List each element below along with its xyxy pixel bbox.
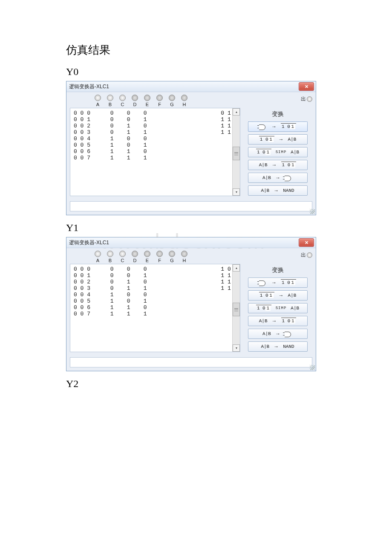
- arrow-icon: →: [275, 331, 280, 337]
- lamp-b[interactable]: [107, 95, 113, 101]
- gate-icon: [285, 332, 293, 336]
- convert-tt-to-expr[interactable]: 1 01→A|B: [248, 134, 308, 145]
- gate-icon: [285, 176, 293, 180]
- logic-converter-window: www.bdocx.com 逻辑变换器-XLC1 ✕ A B: [66, 237, 316, 371]
- lamp-h[interactable]: [181, 95, 187, 101]
- lamp-g[interactable]: [169, 95, 175, 101]
- convert-gate-to-tt[interactable]: →1 01: [248, 278, 308, 288]
- expression-icon: A|B: [291, 306, 299, 311]
- convert-tt-simp-expr[interactable]: 1 01SIMPA|B: [248, 147, 308, 157]
- truthtable-icon: 1 01: [259, 137, 274, 142]
- close-button[interactable]: ✕: [299, 82, 314, 91]
- scroll-up-icon[interactable]: ▴: [233, 108, 240, 116]
- output-label: 出: [243, 95, 312, 103]
- truthtable-icon: 1 01: [281, 124, 296, 129]
- input-lamps-row: [95, 251, 240, 257]
- truthtable-icon: 1 01: [259, 293, 274, 298]
- scroll-up-icon[interactable]: ▴: [233, 264, 240, 272]
- convert-expr-to-nand[interactable]: A|B→NAND: [248, 341, 308, 352]
- nand-label: NAND: [283, 344, 294, 349]
- expression-input[interactable]: [70, 357, 312, 367]
- close-icon: ✕: [305, 240, 308, 246]
- arrow-icon: →: [274, 344, 279, 350]
- arrow-icon: →: [271, 124, 277, 130]
- titlebar[interactable]: 逻辑变换器-XLC1 ✕: [66, 81, 316, 92]
- lamp-e[interactable]: [144, 95, 150, 101]
- truth-table-output: 0 1 1 1 1 1 1 1: [219, 108, 232, 196]
- section-label-y0: Y0: [66, 66, 326, 78]
- window-title: 逻辑变换器-XLC1: [69, 83, 109, 90]
- lamp-d[interactable]: [132, 95, 138, 101]
- simp-label: SIMP: [276, 306, 287, 310]
- lamp-d[interactable]: [132, 251, 138, 257]
- lamp-e[interactable]: [144, 251, 150, 257]
- truth-table-output: 1 0 1 1 1 1 1 1: [219, 264, 232, 352]
- truth-table-rows: 0 0 0 0 0 0 0 0 1 0 0 1 0 0 2 0 1 0 0 0 …: [70, 108, 219, 196]
- output-lamp-icon: [307, 96, 312, 102]
- gate-icon: [259, 124, 267, 129]
- convert-tt-simp-expr[interactable]: 1 01SIMPA|B: [248, 303, 308, 313]
- convert-expr-to-gate[interactable]: A|B→: [248, 173, 308, 183]
- expression-icon: A|B: [261, 344, 269, 349]
- scrollbar[interactable]: ▴ ▾: [232, 108, 240, 196]
- convert-expr-to-tt[interactable]: A|B→1 01: [248, 316, 308, 326]
- resize-grip-icon[interactable]: [310, 209, 315, 214]
- lamp-a[interactable]: [95, 95, 101, 101]
- truth-table: 0 0 0 0 0 0 0 0 1 0 0 1 0 0 2 0 1 0 0 0 …: [70, 108, 240, 196]
- lamp-g[interactable]: [169, 251, 175, 257]
- arrow-icon: →: [279, 136, 284, 142]
- expression-icon: A|B: [262, 175, 271, 180]
- scroll-thumb[interactable]: [233, 303, 240, 316]
- truthtable-icon: 1 01: [281, 318, 297, 324]
- lamp-c[interactable]: [119, 95, 126, 101]
- expression-icon: A|B: [288, 137, 297, 142]
- convert-panel-title: 变换: [243, 266, 312, 274]
- arrow-icon: →: [279, 292, 284, 298]
- expression-icon: A|B: [262, 331, 271, 336]
- close-icon: ✕: [305, 84, 308, 90]
- nand-label: NAND: [283, 188, 294, 193]
- truth-table: 0 0 0 0 0 0 0 0 1 0 0 1 0 0 2 0 1 0 0 0 …: [70, 264, 240, 352]
- arrow-icon: →: [274, 188, 279, 194]
- scroll-thumb[interactable]: [233, 147, 240, 160]
- output-label: 出: [243, 251, 312, 259]
- expression-input[interactable]: [70, 201, 312, 211]
- convert-panel-title: 变换: [243, 110, 312, 118]
- convert-tt-to-expr[interactable]: 1 01→A|B: [248, 290, 308, 301]
- lamp-a[interactable]: [95, 251, 101, 257]
- lamp-f[interactable]: [156, 251, 163, 257]
- truthtable-icon: 1 01: [256, 150, 271, 155]
- convert-gate-to-tt[interactable]: →1 01: [248, 121, 308, 132]
- logic-converter-window: 逻辑变换器-XLC1 ✕ A B C D: [66, 81, 316, 215]
- truthtable-icon: 1 01: [281, 162, 297, 168]
- truth-table-rows: 0 0 0 0 0 0 0 0 1 0 0 1 0 0 2 0 1 0 0 0 …: [70, 264, 219, 352]
- scrollbar[interactable]: ▴ ▾: [232, 264, 240, 352]
- lamp-f[interactable]: [156, 95, 163, 101]
- column-headers: A B C D E F G H: [95, 258, 240, 263]
- resize-grip-icon[interactable]: [310, 365, 315, 370]
- expression-icon: A|B: [288, 293, 297, 298]
- expression-icon: A|B: [259, 162, 268, 168]
- arrow-icon: →: [272, 162, 277, 168]
- gate-icon: [259, 280, 267, 285]
- titlebar[interactable]: 逻辑变换器-XLC1 ✕: [66, 237, 316, 248]
- expression-icon: A|B: [259, 318, 268, 324]
- input-lamps-row: [95, 95, 240, 101]
- truthtable-icon: 1 01: [256, 306, 271, 311]
- scroll-down-icon[interactable]: ▾: [233, 188, 240, 196]
- expression-icon: A|B: [291, 150, 299, 155]
- lamp-h[interactable]: [181, 251, 187, 257]
- lamp-c[interactable]: [119, 251, 126, 257]
- column-headers: A B C D E F G H: [95, 102, 240, 107]
- expression-icon: A|B: [261, 188, 269, 193]
- window-title: 逻辑变换器-XLC1: [69, 239, 109, 246]
- convert-expr-to-nand[interactable]: A|B→NAND: [248, 185, 308, 196]
- lamp-b[interactable]: [107, 251, 113, 257]
- arrow-icon: →: [272, 318, 277, 324]
- scroll-down-icon[interactable]: ▾: [233, 344, 240, 352]
- convert-expr-to-gate[interactable]: A|B→: [248, 329, 308, 339]
- output-lamp-icon: [307, 252, 312, 258]
- convert-expr-to-tt[interactable]: A|B→1 01: [248, 160, 308, 170]
- close-button[interactable]: ✕: [299, 238, 314, 247]
- arrow-icon: →: [275, 175, 280, 181]
